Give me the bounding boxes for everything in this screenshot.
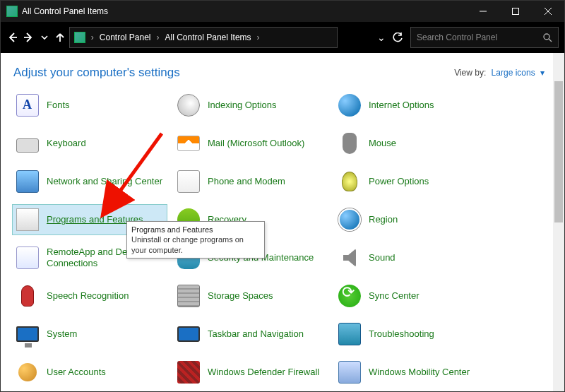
cpl-item-fonts[interactable]: Fonts xyxy=(12,90,167,121)
page-title: Adjust your computer's settings xyxy=(13,66,180,80)
chevron-right-icon: › xyxy=(154,32,162,42)
refresh-button[interactable] xyxy=(391,27,405,48)
titlebar: All Control Panel Items xyxy=(1,1,564,22)
cpl-item-label: Keyboard xyxy=(47,138,86,149)
cpl-item-indexing[interactable]: Indexing Options xyxy=(173,90,328,121)
cpl-item-internet-options[interactable]: Internet Options xyxy=(334,90,489,121)
chevron-down-icon xyxy=(40,33,49,42)
view-by-control[interactable]: View by: Large icons ▾ xyxy=(454,68,545,78)
programs-features-icon xyxy=(16,208,40,232)
minimize-button[interactable] xyxy=(467,1,499,22)
cpl-item-label: Power Options xyxy=(369,176,429,187)
cpl-item-label: Region xyxy=(369,214,398,225)
cpl-item-label: Windows Defender Firewall xyxy=(208,367,319,378)
cpl-item-troubleshooting[interactable]: Troubleshooting xyxy=(334,319,489,350)
cpl-item-label: User Accounts xyxy=(47,367,106,378)
cpl-item-label: Windows Mobility Center xyxy=(369,367,470,378)
cpl-item-taskbar[interactable]: Taskbar and Navigation xyxy=(173,319,328,350)
close-button[interactable] xyxy=(532,1,564,22)
chevron-down-icon: ▾ xyxy=(540,68,545,78)
cpl-item-network-sharing[interactable]: Network and Sharing Center xyxy=(12,166,167,197)
cpl-item-label: System xyxy=(47,328,77,340)
chevron-right-icon: › xyxy=(254,32,263,42)
sync-center-icon xyxy=(338,284,362,308)
back-button[interactable] xyxy=(6,28,19,47)
cpl-item-label: Indexing Options xyxy=(208,100,277,111)
mail-icon xyxy=(177,131,201,155)
cpl-item-mobility-center[interactable]: Windows Mobility Center xyxy=(334,357,489,388)
cpl-item-speech[interactable]: Speech Recognition xyxy=(12,280,167,311)
cpl-item-label: Sync Center xyxy=(369,290,420,302)
phone-modem-icon xyxy=(177,170,201,194)
defender-firewall-icon xyxy=(177,360,201,384)
forward-button[interactable] xyxy=(22,28,35,47)
tooltip-body: Uninstall or change programs on your com… xyxy=(131,234,260,255)
content-area: Adjust your computer's settings View by:… xyxy=(1,53,564,392)
control-panel-window: All Control Panel Items › Control Panel … xyxy=(0,0,565,392)
cpl-item-label: Sound xyxy=(369,252,396,263)
cpl-item-defender-firewall[interactable]: Windows Defender Firewall xyxy=(173,357,328,388)
cpl-item-power-options[interactable]: Power Options xyxy=(334,166,489,197)
chevron-down-icon: ⌄ xyxy=(377,32,386,43)
cpl-item-label: Phone and Modem xyxy=(208,176,285,187)
vertical-scrollbar[interactable] xyxy=(553,53,564,392)
search-placeholder: Search Control Panel xyxy=(417,32,497,42)
breadcrumb[interactable]: All Control Panel Items xyxy=(165,32,251,42)
minimize-icon xyxy=(480,8,487,15)
sound-icon xyxy=(338,246,362,270)
tooltip: Programs and Features Uninstall or chang… xyxy=(126,221,265,259)
cpl-item-mail[interactable]: Mail (Microsoft Outlook) xyxy=(173,128,328,159)
search-box[interactable]: Search Control Panel xyxy=(410,27,559,48)
view-by-label: View by: xyxy=(454,68,486,78)
svg-point-6 xyxy=(544,34,549,40)
cpl-item-label: Speech Recognition xyxy=(47,290,129,302)
address-bar[interactable]: › Control Panel › All Control Panel Item… xyxy=(69,27,338,48)
network-sharing-icon xyxy=(16,170,40,194)
refresh-icon xyxy=(393,32,403,43)
mouse-icon xyxy=(338,131,362,155)
svg-line-7 xyxy=(549,39,552,42)
system-icon xyxy=(16,322,40,346)
taskbar-icon xyxy=(177,322,201,346)
navigation-bar: › Control Panel › All Control Panel Item… xyxy=(1,22,564,53)
cpl-item-label: Taskbar and Navigation xyxy=(208,328,304,340)
cpl-item-label: Mail (Microsoft Outlook) xyxy=(208,138,304,149)
view-by-value: Large icons xyxy=(492,68,535,78)
items-grid: FontsIndexing OptionsInternet OptionsKey… xyxy=(1,87,564,392)
cpl-item-sound[interactable]: Sound xyxy=(334,242,489,273)
svg-rect-1 xyxy=(513,8,519,15)
search-icon xyxy=(543,33,552,42)
user-accounts-icon xyxy=(16,360,40,384)
scrollbar-thumb[interactable] xyxy=(554,81,563,222)
breadcrumb[interactable]: Control Panel xyxy=(100,32,151,42)
indexing-icon xyxy=(177,93,201,117)
maximize-icon xyxy=(512,8,519,15)
recent-locations-button[interactable] xyxy=(37,28,50,47)
forward-arrow-icon xyxy=(23,32,34,43)
cpl-item-sync-center[interactable]: Sync Center xyxy=(334,280,489,311)
cpl-item-system[interactable]: System xyxy=(12,319,167,350)
up-arrow-icon xyxy=(54,32,66,43)
internet-options-icon xyxy=(338,93,362,117)
control-panel-icon xyxy=(6,6,18,17)
cpl-item-phone-modem[interactable]: Phone and Modem xyxy=(173,166,328,197)
maximize-button[interactable] xyxy=(499,1,532,22)
cpl-item-label: Fonts xyxy=(47,100,70,111)
cpl-item-storage-spaces[interactable]: Storage Spaces xyxy=(173,280,328,311)
cpl-item-label: Troubleshooting xyxy=(369,328,434,340)
chevron-right-icon: › xyxy=(88,32,97,42)
cpl-item-label: Mouse xyxy=(369,138,396,149)
close-icon xyxy=(545,8,552,15)
power-options-icon xyxy=(338,170,362,194)
address-dropdown-button[interactable]: ⌄ xyxy=(375,28,388,47)
cpl-item-label: Network and Sharing Center xyxy=(47,176,162,187)
up-button[interactable] xyxy=(54,28,66,47)
heading-row: Adjust your computer's settings View by:… xyxy=(1,53,564,87)
window-title: All Control Panel Items xyxy=(22,6,467,16)
fonts-icon xyxy=(16,93,40,117)
cpl-item-region[interactable]: Region xyxy=(334,204,489,235)
cpl-item-keyboard[interactable]: Keyboard xyxy=(12,128,167,159)
cpl-item-mouse[interactable]: Mouse xyxy=(334,128,489,159)
cpl-item-label: Storage Spaces xyxy=(208,290,273,302)
cpl-item-user-accounts[interactable]: User Accounts xyxy=(12,357,167,388)
